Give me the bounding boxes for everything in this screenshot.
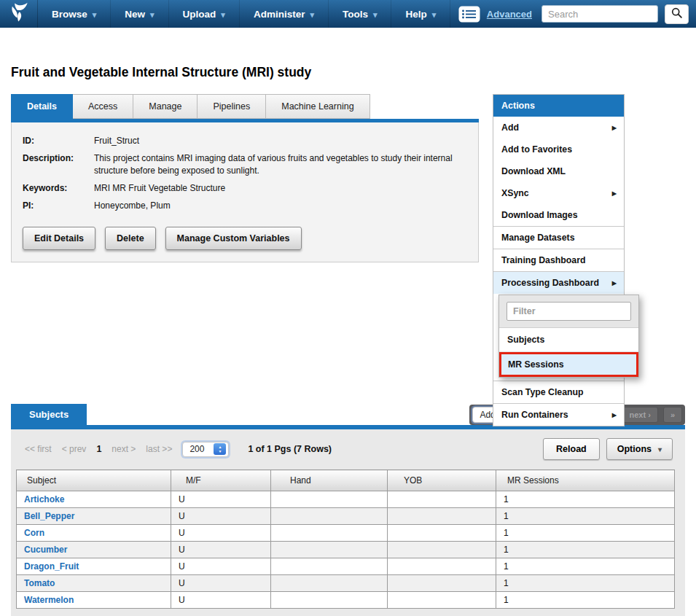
tab-subjects-listing[interactable]: Subjects [11,404,87,425]
search-icon [670,7,683,21]
subject-link[interactable]: Artichoke [24,494,64,504]
action-processing-dashboard[interactable]: Processing Dashboard ▶ [493,271,624,294]
pagination-prev-link[interactable]: < prev [62,444,87,454]
cell-mf: U [171,508,271,525]
nav-menu-browse[interactable]: Browse ▾ [38,0,111,28]
action-label: Manage Datasets [501,233,574,243]
search-button[interactable] [665,4,689,24]
subject-link[interactable]: Tomato [24,578,55,588]
tab-manage[interactable]: Manage [133,94,198,119]
column-header-yob[interactable]: YOB [388,470,496,491]
submenu-item-mr-sessions[interactable]: MR Sessions [499,352,638,377]
submenu-arrow-icon: ▶ [612,190,617,197]
page-size-select[interactable]: 200 ▲▼ [182,442,229,457]
field-label: Description: [23,152,94,177]
action-manage-datasets[interactable]: Manage Datasets [493,226,624,249]
nav-menu-label: Administer [254,9,305,20]
options-button[interactable]: Options ▾ [606,438,673,460]
reload-button[interactable]: Reload [543,438,600,460]
nav-menu-label: Browse [52,9,87,20]
search-input[interactable] [541,5,658,23]
table-row: Bell_Pepper U 1 [17,508,675,525]
pagination-last-link[interactable]: last >> [146,444,172,454]
delete-button[interactable]: Delete [105,227,156,250]
xnat-logo[interactable] [0,0,38,28]
page-title: Fruit and Vegetable Internal Structure (… [11,65,685,80]
pagination-summary: 1 of 1 Pgs (7 Rows) [248,444,332,454]
tab-access[interactable]: Access [72,94,133,119]
column-header-hand[interactable]: Hand [271,470,388,491]
table-row: Tomato U 1 [17,575,675,592]
chevron-down-icon: ▾ [93,10,97,20]
page-size-value: 200 [189,444,204,454]
nav-menu-label: Upload [183,9,216,20]
cell-mf: U [171,558,271,575]
cell-yob [388,575,496,592]
field-id: ID: Fruit_Struct [23,135,467,147]
cell-mr-sessions: 1 [496,575,675,592]
advanced-search-link[interactable]: Advanced [487,9,532,20]
column-header-mf[interactable]: M/F [171,470,271,491]
pagination-first-link[interactable]: << first [25,444,52,454]
nav-menu-label: Help [405,9,426,20]
submenu-item-subjects[interactable]: Subjects [499,328,638,352]
pagination-next-link[interactable]: next > [112,444,136,454]
nav-menu-administer[interactable]: Administer ▾ [240,0,329,28]
cell-mf: U [171,592,271,609]
field-value: Honeycombe, Plum [94,200,171,212]
column-header-mr-sessions[interactable]: MR Sessions [496,470,675,491]
field-label: ID: [23,135,94,147]
subject-link[interactable]: Cucumber [24,545,67,555]
cell-hand [271,575,388,592]
cell-mr-sessions: 1 [496,558,675,575]
action-training-dashboard[interactable]: Training Dashboard [493,249,624,271]
action-download-images[interactable]: Download Images [493,204,624,226]
actions-panel-header: Actions [493,95,624,117]
action-xsync[interactable]: XSync ▶ [493,182,624,204]
cell-yob [388,592,496,609]
cell-mr-sessions: 1 [496,525,675,542]
tab-nav-next-button[interactable]: next › [622,407,658,423]
chevron-down-icon: ▾ [432,10,437,20]
xnat-logo-icon [8,1,30,26]
cell-hand [271,592,388,609]
advanced-search-list-icon[interactable] [458,6,480,23]
action-download-xml[interactable]: Download XML [493,160,624,182]
chevron-down-icon: ▾ [310,10,314,20]
tab-details[interactable]: Details [11,94,73,119]
action-scan-type-cleanup[interactable]: Scan Type Cleanup [493,381,624,403]
subject-link[interactable]: Dragon_Fruit [24,561,79,572]
field-label: Keywords: [23,182,94,195]
nav-menu-label: Tools [343,9,368,20]
cell-hand [271,491,388,508]
cell-mf: U [171,491,271,508]
submenu-arrow-icon: ▶ [612,125,617,131]
edit-details-button[interactable]: Edit Details [23,227,95,250]
field-keywords: Keywords: MRI MR Fruit Vegetable Structu… [23,182,467,195]
manage-custom-variables-button[interactable]: Manage Custom Variables [165,227,302,250]
tab-pipelines[interactable]: Pipelines [197,94,266,119]
nav-menu-label: New [125,9,145,20]
tab-machine-learning[interactable]: Machine Learning [265,94,369,119]
cell-mf: U [171,525,271,542]
action-add-to-favorites[interactable]: Add to Favorites [493,139,624,160]
action-add[interactable]: Add ▶ [493,117,624,139]
column-header-subject[interactable]: Subject [17,470,171,491]
table-row: Artichoke U 1 [17,491,675,508]
subject-link[interactable]: Watermelon [24,595,74,605]
nav-menu-upload[interactable]: Upload ▾ [169,0,240,28]
tab-nav-last-button[interactable]: » [663,407,682,423]
nav-menu-help[interactable]: Help ▾ [391,0,450,28]
filter-input[interactable] [507,302,631,321]
action-label: Processing Dashboard [501,278,599,288]
cell-hand [271,508,388,525]
top-navbar: Browse ▾ New ▾ Upload ▾ Administer ▾ Too… [0,0,696,28]
chevron-down-icon: ▾ [221,10,225,20]
action-run-containers[interactable]: Run Containers ▶ [493,403,624,426]
subject-link[interactable]: Bell_Pepper [24,511,74,521]
nav-menu-new[interactable]: New ▾ [111,0,168,28]
action-label: Add [501,122,519,133]
cell-yob [388,542,496,558]
nav-menu-tools[interactable]: Tools ▾ [329,0,392,28]
subject-link[interactable]: Corn [24,528,44,538]
